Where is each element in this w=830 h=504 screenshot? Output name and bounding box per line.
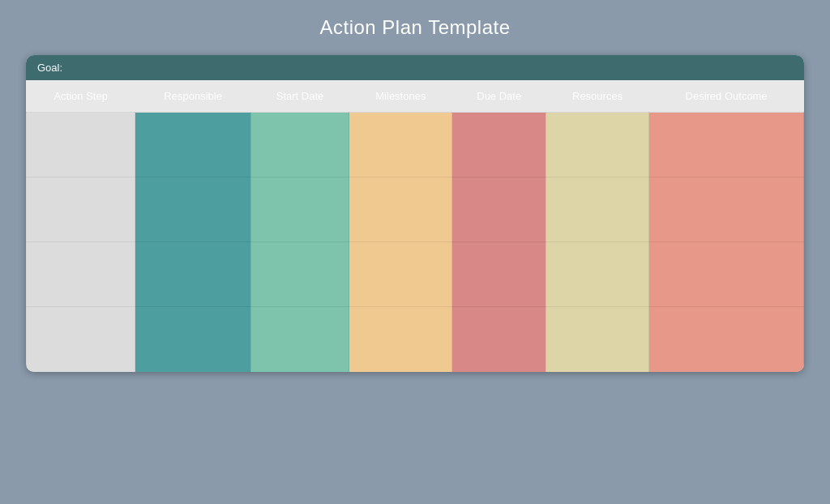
cell-desired-outcome-row2[interactable] [649, 177, 804, 242]
cell-due-date-row2[interactable] [452, 177, 545, 242]
goal-bar: Goal: [26, 55, 804, 80]
header-action-step: Action Step [27, 80, 135, 113]
cell-responsible-row3[interactable] [135, 242, 251, 307]
table-row [27, 177, 804, 242]
cell-desired-outcome-row3[interactable] [649, 242, 804, 307]
cell-desired-outcome-row4[interactable] [649, 307, 804, 372]
table-row [27, 113, 804, 177]
cell-action-step-row2[interactable] [27, 177, 135, 242]
cell-start-date-row3[interactable] [250, 242, 349, 307]
cell-milestones-row1[interactable] [349, 113, 452, 177]
cell-action-step-row1[interactable] [27, 113, 135, 177]
header-start-date: Start Date [250, 80, 349, 113]
table-row [27, 242, 804, 307]
cell-resources-row4[interactable] [545, 307, 648, 372]
cell-due-date-row4[interactable] [452, 307, 545, 372]
cell-resources-row1[interactable] [545, 113, 648, 177]
cell-due-date-row1[interactable] [452, 113, 545, 177]
header-due-date: Due Date [452, 80, 545, 113]
header-resources: Resources [545, 80, 648, 113]
cell-desired-outcome-row1[interactable] [649, 113, 804, 177]
cell-action-step-row3[interactable] [27, 242, 135, 307]
cell-responsible-row4[interactable] [135, 307, 251, 372]
cell-due-date-row3[interactable] [452, 242, 545, 307]
cell-start-date-row2[interactable] [250, 177, 349, 242]
header-milestones: Milestones [349, 80, 452, 113]
cell-responsible-row1[interactable] [135, 113, 251, 177]
cell-milestones-row4[interactable] [349, 307, 452, 372]
cell-action-step-row4[interactable] [27, 307, 135, 372]
page-title: Action Plan Template [319, 16, 510, 39]
action-table: Action StepResponsibleStart DateMileston… [26, 80, 804, 372]
table-container: Goal: Action StepResponsibleStart DateMi… [26, 55, 804, 372]
cell-milestones-row2[interactable] [349, 177, 452, 242]
page-wrapper: Action Plan Template Goal: Action StepRe… [0, 0, 830, 504]
cell-responsible-row2[interactable] [135, 177, 251, 242]
cell-start-date-row1[interactable] [250, 113, 349, 177]
cell-resources-row2[interactable] [545, 177, 648, 242]
goal-label: Goal: [37, 62, 62, 74]
cell-milestones-row3[interactable] [349, 242, 452, 307]
header-responsible: Responsible [135, 80, 251, 113]
table-row [27, 307, 804, 372]
cell-resources-row3[interactable] [545, 242, 648, 307]
header-desired-outcome: Desired Outcome [649, 80, 804, 113]
cell-start-date-row4[interactable] [250, 307, 349, 372]
